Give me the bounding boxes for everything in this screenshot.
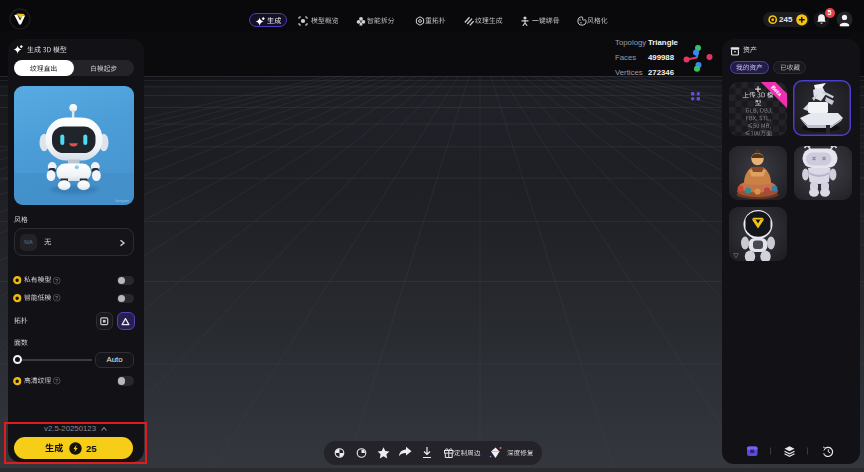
svg-text:?: ? [55, 296, 58, 301]
svg-text:?: ? [55, 379, 58, 384]
svg-text:hunyuan: hunyuan [116, 199, 129, 203]
svg-text:?: ? [55, 278, 58, 283]
